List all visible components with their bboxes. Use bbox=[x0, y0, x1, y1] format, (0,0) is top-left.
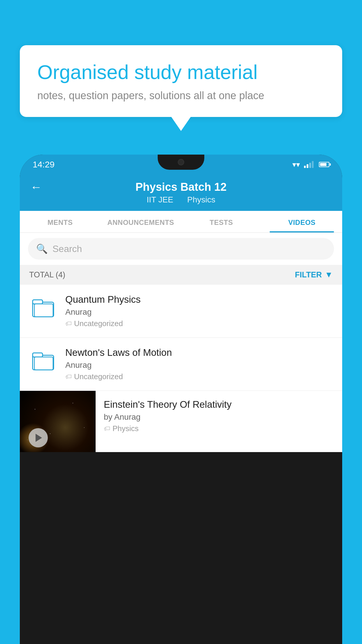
signal-icon bbox=[304, 161, 314, 168]
svg-rect-2 bbox=[34, 304, 53, 317]
video-author: Anurag bbox=[65, 360, 333, 370]
tag-label: Physics bbox=[113, 424, 139, 433]
video-tag: 🏷 Uncategorized bbox=[65, 372, 333, 381]
speech-bubble: Organised study material notes, question… bbox=[20, 45, 342, 117]
phone-body: 14:29 ▾▾ ← Physics Batch 12 bbox=[20, 155, 342, 644]
subtitle-iitjee: IIT JEE bbox=[147, 195, 173, 204]
app-header: ← Physics Batch 12 IIT JEE Physics bbox=[20, 174, 342, 211]
video-title: Quantum Physics bbox=[65, 294, 333, 305]
tab-tests[interactable]: TESTS bbox=[181, 211, 262, 232]
thumbnail-image bbox=[20, 391, 96, 452]
video-list: Quantum Physics Anurag 🏷 Uncategorized bbox=[20, 285, 342, 452]
page-title: Physics Batch 12 bbox=[136, 181, 227, 193]
bubble-title: Organised study material bbox=[37, 60, 325, 84]
video-title: Einstein's Theory Of Relativity bbox=[104, 399, 335, 410]
bubble-subtitle: notes, question papers, solutions all at… bbox=[37, 90, 325, 102]
search-container: 🔍 Search bbox=[20, 233, 342, 265]
video-tag: 🏷 Uncategorized bbox=[65, 319, 333, 328]
filter-label: FILTER bbox=[295, 270, 322, 279]
list-item[interactable]: Newton's Laws of Motion Anurag 🏷 Uncateg… bbox=[20, 338, 342, 391]
tab-ments[interactable]: MENTS bbox=[20, 211, 101, 232]
filter-icon: ▼ bbox=[325, 270, 333, 279]
wifi-icon: ▾▾ bbox=[292, 160, 300, 169]
video-author: Anurag bbox=[65, 307, 333, 317]
tag-icon: 🏷 bbox=[65, 320, 72, 328]
play-button[interactable] bbox=[29, 428, 48, 447]
video-info: Einstein's Theory Of Relativity by Anura… bbox=[96, 391, 342, 438]
tab-bar: MENTS ANNOUNCEMENTS TESTS VIDEOS bbox=[20, 211, 342, 233]
list-item[interactable]: Quantum Physics Anurag 🏷 Uncategorized bbox=[20, 285, 342, 338]
video-info: Newton's Laws of Motion Anurag 🏷 Uncateg… bbox=[65, 347, 333, 381]
phone-notch bbox=[158, 155, 204, 170]
folder-icon bbox=[29, 347, 57, 372]
tab-videos[interactable]: VIDEOS bbox=[262, 211, 342, 232]
total-count: TOTAL (4) bbox=[29, 270, 65, 279]
tag-icon: 🏷 bbox=[104, 425, 110, 433]
video-info: Quantum Physics Anurag 🏷 Uncategorized bbox=[65, 294, 333, 328]
filter-bar: TOTAL (4) FILTER ▼ bbox=[20, 265, 342, 285]
filter-button[interactable]: FILTER ▼ bbox=[295, 270, 333, 279]
search-placeholder: Search bbox=[52, 244, 82, 254]
svg-rect-1 bbox=[33, 300, 43, 304]
header-subtitle: IIT JEE Physics bbox=[144, 195, 218, 204]
search-icon: 🔍 bbox=[36, 243, 48, 254]
status-time: 14:29 bbox=[33, 160, 55, 169]
battery-icon bbox=[319, 162, 329, 167]
video-thumbnail bbox=[20, 391, 96, 452]
video-title: Newton's Laws of Motion bbox=[65, 347, 333, 358]
header-row: ← Physics Batch 12 bbox=[30, 181, 332, 193]
video-tag: 🏷 Physics bbox=[104, 424, 335, 433]
back-button[interactable]: ← bbox=[30, 181, 42, 194]
tag-label: Uncategorized bbox=[74, 372, 123, 381]
svg-rect-5 bbox=[34, 357, 53, 370]
folder-icon bbox=[29, 294, 57, 319]
tag-icon: 🏷 bbox=[65, 373, 72, 381]
tag-label: Uncategorized bbox=[74, 319, 123, 328]
svg-rect-4 bbox=[33, 353, 43, 357]
phone-mockup: 14:29 ▾▾ ← Physics Batch 12 bbox=[20, 155, 342, 644]
tab-announcements[interactable]: ANNOUNCEMENTS bbox=[101, 211, 181, 232]
play-icon bbox=[36, 434, 42, 442]
status-icons: ▾▾ bbox=[292, 160, 329, 169]
video-author: by Anurag bbox=[104, 412, 335, 422]
list-item[interactable]: Einstein's Theory Of Relativity by Anura… bbox=[20, 391, 342, 452]
subtitle-physics: Physics bbox=[187, 195, 215, 204]
front-camera bbox=[178, 159, 184, 165]
speech-bubble-container: Organised study material notes, question… bbox=[20, 45, 342, 117]
search-bar[interactable]: 🔍 Search bbox=[28, 238, 334, 260]
